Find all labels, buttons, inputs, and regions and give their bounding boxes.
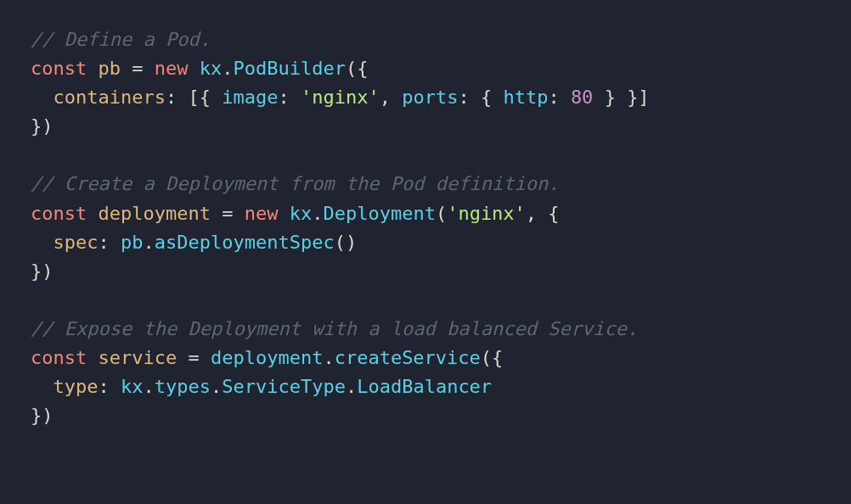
code-token-varname: pb [98, 58, 121, 79]
code-token-number: 80 [571, 87, 594, 108]
code-block: // Define a Pod. const pb = new kx.PodBu… [31, 25, 820, 430]
code-token-plain [278, 203, 289, 224]
code-token-punct: . [323, 347, 334, 368]
code-token-string: 'nginx' [301, 87, 380, 108]
code-token-punct: , [380, 87, 391, 108]
code-token-ident: pb [121, 232, 144, 253]
code-token-ident: ports [402, 87, 458, 108]
code-token-punct: : [98, 376, 109, 397]
code-token-punct: : [278, 87, 289, 108]
code-token-keyword: const [31, 58, 87, 79]
code-token-varname: service [98, 347, 177, 368]
code-token-plain [121, 58, 132, 79]
code-token-keyword: const [31, 203, 87, 224]
code-token-punct: }] [627, 87, 650, 108]
code-token-plain [211, 203, 222, 224]
code-token-punct: { [548, 203, 559, 224]
code-token-comment: // Expose the Deployment with a load bal… [31, 318, 638, 339]
code-token-ident: createService [335, 347, 481, 368]
code-line: }) [31, 260, 54, 282]
code-token-punct: } [605, 87, 616, 108]
code-token-ident: kx [290, 203, 313, 224]
code-token-comment: // Create a Deployment from the Pod defi… [31, 173, 560, 194]
code-token-plain [177, 347, 188, 368]
code-token-punct: ( [436, 203, 447, 224]
code-token-plain [290, 87, 301, 108]
code-token-punct: . [143, 376, 154, 397]
code-token-punct: }) [31, 260, 54, 282]
code-line: const service = deployment.createService… [31, 347, 503, 368]
code-line: // Expose the Deployment with a load bal… [31, 318, 638, 339]
code-token-punct: () [335, 232, 358, 253]
code-token-plain [87, 203, 98, 224]
code-token-ident: kx [200, 58, 223, 79]
code-token-plain [391, 87, 402, 108]
code-token-plain [537, 203, 548, 224]
code-line: containers: [{ image: 'nginx', ports: { … [31, 87, 650, 108]
code-token-plain [177, 87, 188, 108]
code-token-plain [593, 87, 604, 108]
code-token-punct: = [188, 347, 199, 368]
code-token-punct: { [481, 87, 492, 108]
code-token-plain [200, 347, 211, 368]
code-token-punct: [{ [188, 87, 211, 108]
code-token-ident: kx [121, 376, 144, 397]
code-token-ident: types [155, 376, 211, 397]
code-token-punct: }) [31, 405, 54, 426]
code-token-plain [560, 87, 571, 108]
code-token-plain [211, 87, 222, 108]
code-line: // Create a Deployment from the Pod defi… [31, 173, 560, 194]
code-token-keyword: const [31, 347, 87, 368]
code-token-punct: . [346, 376, 357, 397]
code-line: const deployment = new kx.Deployment('ng… [31, 203, 560, 224]
code-token-keyword: new [245, 203, 279, 224]
code-token-plain [143, 58, 154, 79]
code-token-punct: = [222, 203, 233, 224]
code-line: const pb = new kx.PodBuilder({ [31, 58, 368, 79]
code-token-plain [492, 87, 503, 108]
code-token-ident: deployment [211, 347, 323, 368]
code-token-ident: http [503, 87, 548, 108]
code-token-plain [110, 376, 121, 397]
code-line: type: kx.types.ServiceType.LoadBalancer [31, 376, 492, 397]
code-token-plain [87, 347, 98, 368]
code-token-punct: : [98, 232, 109, 253]
code-token-string: 'nginx' [447, 203, 526, 224]
code-token-plain [87, 58, 98, 79]
code-token-punct: = [132, 58, 143, 79]
code-token-plain [616, 87, 627, 108]
code-token-plain [470, 87, 481, 108]
code-token-varname: type [54, 376, 99, 397]
code-token-punct: }) [31, 115, 54, 137]
code-token-varname: spec [54, 232, 99, 253]
code-token-varname: deployment [98, 203, 210, 224]
code-token-plain [110, 232, 121, 253]
code-token-punct: : [548, 87, 559, 108]
code-token-varname: containers [54, 87, 166, 108]
code-token-punct: ({ [346, 58, 369, 79]
code-token-punct: , [526, 203, 537, 224]
code-line: }) [31, 115, 54, 137]
code-line: spec: pb.asDeploymentSpec() [31, 232, 357, 253]
code-token-punct: : [166, 87, 177, 108]
code-line: // Define a Pod. [31, 29, 211, 50]
code-token-comment: // Define a Pod. [31, 29, 211, 50]
code-token-punct: . [211, 376, 222, 397]
code-token-ident: LoadBalancer [357, 376, 492, 397]
code-token-punct: : [458, 87, 469, 108]
code-line: }) [31, 405, 54, 426]
code-token-plain [188, 58, 199, 79]
code-token-punct: . [312, 203, 323, 224]
code-token-punct: ({ [481, 347, 504, 368]
code-token-plain [233, 203, 244, 224]
code-token-ident: asDeploymentSpec [155, 232, 335, 253]
code-token-punct: . [143, 232, 154, 253]
code-token-ident: image [222, 87, 278, 108]
code-token-ident: PodBuilder [233, 58, 345, 79]
code-token-ident: Deployment [323, 203, 435, 224]
code-token-punct: . [222, 58, 233, 79]
code-token-keyword: new [155, 58, 189, 79]
code-token-ident: ServiceType [222, 376, 346, 397]
